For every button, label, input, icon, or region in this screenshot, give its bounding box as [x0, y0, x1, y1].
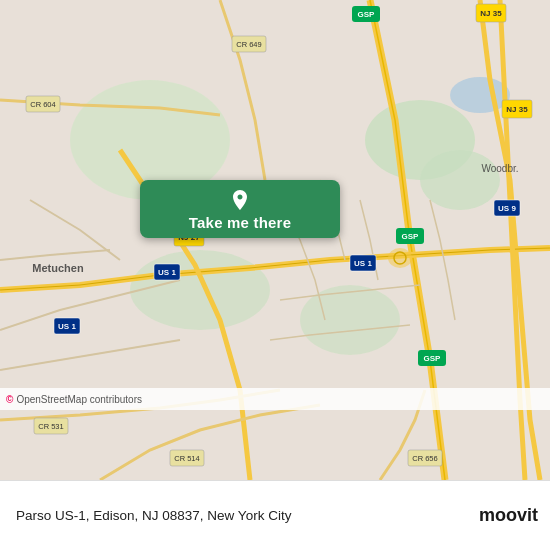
moovit-logo-text: moovit — [479, 505, 538, 526]
svg-point-3 — [130, 250, 270, 330]
svg-text:GSP: GSP — [402, 232, 420, 241]
cta-button-text: Take me there — [189, 214, 291, 231]
map-container: GSP GSP GSP NJ 35 NJ 35 US 1 US 1 US 1 N… — [0, 0, 550, 480]
take-me-there-button[interactable]: Take me there — [140, 180, 340, 238]
svg-text:CR 604: CR 604 — [30, 100, 55, 109]
location-pin-icon — [228, 188, 252, 212]
svg-text:NJ 35: NJ 35 — [506, 105, 528, 114]
osm-logo: © — [6, 394, 13, 405]
svg-text:US 1: US 1 — [158, 268, 176, 277]
attribution-bar: © OpenStreetMap contributors — [0, 388, 550, 410]
svg-text:US 9: US 9 — [498, 204, 516, 213]
svg-text:Metuchen: Metuchen — [32, 262, 84, 274]
svg-text:CR 649: CR 649 — [236, 40, 261, 49]
svg-text:GSP: GSP — [424, 354, 442, 363]
address-text: Parso US-1, Edison, NJ 08837, New York C… — [16, 508, 291, 523]
attribution-text: OpenStreetMap contributors — [16, 394, 142, 405]
svg-text:GSP: GSP — [358, 10, 376, 19]
svg-text:US 1: US 1 — [354, 259, 372, 268]
svg-text:CR 514: CR 514 — [174, 454, 199, 463]
moovit-logo: moovit — [479, 505, 538, 526]
svg-text:CR 656: CR 656 — [412, 454, 437, 463]
svg-text:CR 531: CR 531 — [38, 422, 63, 431]
svg-text:Woodbr.: Woodbr. — [481, 163, 518, 174]
bottom-bar: Parso US-1, Edison, NJ 08837, New York C… — [0, 480, 550, 550]
svg-point-7 — [388, 248, 412, 268]
svg-point-6 — [450, 77, 510, 113]
svg-text:NJ 35: NJ 35 — [480, 9, 502, 18]
svg-point-2 — [420, 150, 500, 210]
svg-text:US 1: US 1 — [58, 322, 76, 331]
